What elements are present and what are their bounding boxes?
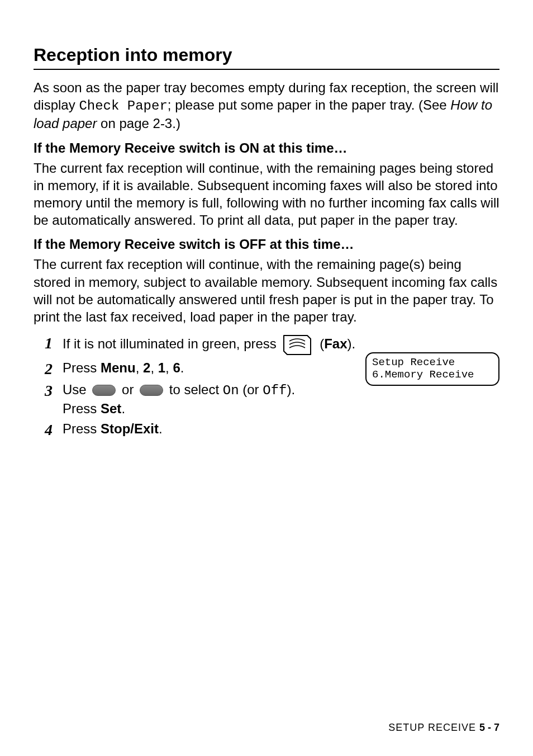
step-2-number: 2 [34,359,53,379]
lcd-line1: Setup Receive [372,357,493,369]
step-4-text: Press Stop/Exit. [63,420,499,438]
step4-stopexit: Stop/Exit [101,421,159,436]
step3-off: Off [263,383,287,398]
section-heading: Reception into memory [34,45,499,70]
step1-c: ). [348,336,356,351]
step2-b: , [136,360,143,375]
footer-chapter: SETUP RECEIVE [388,722,479,733]
paragraph-on: The current fax reception will continue,… [34,159,499,229]
fax-icon [282,333,313,357]
step2-2: 2 [143,360,150,375]
step3-f: Press [63,401,101,416]
step-4-number: 4 [34,420,53,440]
step2-e: . [180,360,184,375]
step2-1: 1 [158,360,165,375]
steps-list: 1 If it is not illuminated in green, pre… [34,333,499,440]
step-3-text: Use or to select On (or Off). Press Set. [63,381,499,418]
step2-a: Press [63,360,101,375]
lcd-callout: Setup Receive 6.Memory Receive [365,352,499,386]
step1-a: If it is not illuminated in green, press [63,336,280,351]
step3-d: (or [239,382,263,397]
subhead-off: If the Memory Receive switch is OFF at t… [34,237,499,252]
step4-a: Press [63,421,101,436]
intro-text-b: ; please put some paper in the paper tra… [168,97,451,112]
step2-menu: Menu [101,360,136,375]
lcd-line2: 6.Memory Receive [372,369,493,381]
page-footer: SETUP RECEIVE 5 - 7 [388,722,499,734]
step2-6: 6 [173,360,180,375]
step4-b: . [159,421,163,436]
step3-on: On [223,383,239,398]
paragraph-off: The current fax reception will continue,… [34,256,499,325]
down-arrow-icon [140,385,163,396]
step3-g: . [121,401,125,416]
step1-bold: Fax [324,336,347,351]
step-4: 4 Press Stop/Exit. [34,420,499,440]
intro-paragraph: As soon as the paper tray becomes empty … [34,79,499,133]
step2-c: , [150,360,158,375]
subhead-on: If the Memory Receive switch is ON at th… [34,140,499,156]
step-3-number: 3 [34,381,53,400]
step-3: 3 Use or to select On (or Off). Press Se… [34,381,499,418]
step1-b: ( [320,336,324,351]
step3-e: ). [287,382,295,397]
footer-page-number: 5 - 7 [479,722,499,733]
intro-mono: Check Paper [79,98,167,114]
up-arrow-icon [92,385,116,396]
step3-set: Set [101,401,121,416]
step3-c: to select [165,382,223,397]
step2-d: , [165,360,173,375]
step3-b: or [118,382,137,397]
step-1-number: 1 [34,333,53,353]
intro-text-c: on page 2-3.) [97,116,180,131]
step3-a: Use [63,382,90,397]
